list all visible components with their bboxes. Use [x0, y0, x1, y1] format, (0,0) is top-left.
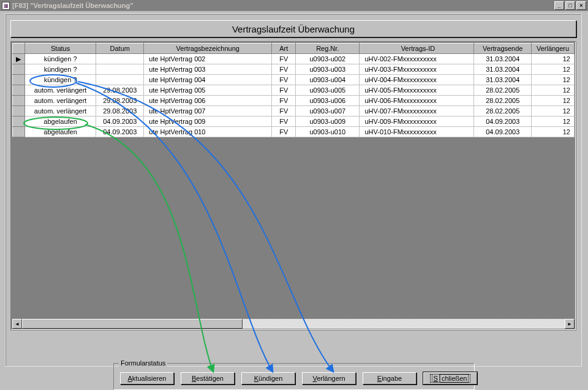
bestaetigen-button[interactable]: Bestätigen: [181, 372, 235, 384]
row-selector[interactable]: [13, 96, 25, 106]
cell-vertragsende[interactable]: 28.02.2005: [474, 106, 532, 117]
verlaengern-button[interactable]: Verlängern: [302, 372, 356, 384]
cell-verlaengerung[interactable]: 12: [532, 106, 575, 117]
cell-regnr[interactable]: u0903-u003: [296, 64, 360, 75]
col-header-vertragsende[interactable]: Vertragsende: [474, 44, 532, 54]
cell-verlaengerung[interactable]: 12: [532, 127, 575, 137]
cell-vertragsende[interactable]: 28.02.2005: [474, 85, 532, 96]
contracts-grid[interactable]: Status Datum Vertragsbezeichnung Art Reg…: [10, 41, 576, 331]
cell-bezeichnung[interactable]: ute HptVertrag 010: [144, 127, 272, 137]
cell-verlaengerung[interactable]: 12: [532, 54, 575, 64]
cell-art[interactable]: FV: [272, 54, 296, 64]
cell-bezeichnung[interactable]: ute HptVertrag 007: [144, 106, 272, 117]
cell-status[interactable]: kündigen ?: [24, 75, 96, 85]
cell-status[interactable]: abgelaufen: [24, 117, 96, 127]
row-selector-header[interactable]: [13, 44, 25, 54]
table-row[interactable]: abgelaufen04.09.2003ute HptVertrag 009FV…: [13, 117, 575, 127]
schliessen-button[interactable]: Schließen: [423, 372, 477, 384]
col-header-regnr[interactable]: Reg.Nr.: [296, 44, 360, 54]
cell-art[interactable]: FV: [272, 75, 296, 85]
cell-status[interactable]: kündigen ?: [24, 64, 96, 75]
cell-regnr[interactable]: u0903-u010: [296, 127, 360, 137]
cell-regnr[interactable]: u0903-u002: [296, 54, 360, 64]
cell-status[interactable]: autom. verlängert: [24, 106, 96, 117]
eingabe-button[interactable]: Eingabe: [363, 372, 417, 384]
cell-datum[interactable]: 29.08.2003: [96, 106, 144, 117]
cell-status[interactable]: autom. verlängert: [24, 96, 96, 106]
cell-bezeichnung[interactable]: ute HptVertrag 002: [144, 54, 272, 64]
cell-vertragsende[interactable]: 31.03.2004: [474, 64, 532, 75]
cell-bezeichnung[interactable]: ute HptVertrag 005: [144, 85, 272, 96]
table-row[interactable]: autom. verlängert29.08.2003ute HptVertra…: [13, 106, 575, 117]
minimize-button[interactable]: _: [554, 1, 564, 10]
cell-regnr[interactable]: u0903-u009: [296, 117, 360, 127]
cell-bezeichnung[interactable]: ute HptVertrag 006: [144, 96, 272, 106]
row-selector[interactable]: [13, 127, 25, 137]
kuendigen-button[interactable]: Kündigen: [241, 372, 295, 384]
cell-vertragsid[interactable]: uHV-005-FMxxxxxxxxxx: [360, 85, 474, 96]
table-row[interactable]: kündigen ?ute HptVertrag 004FVu0903-u004…: [13, 75, 575, 85]
row-selector[interactable]: [13, 117, 25, 127]
cell-verlaengerung[interactable]: 12: [532, 96, 575, 106]
scroll-left-button[interactable]: ◄: [12, 319, 22, 329]
cell-art[interactable]: FV: [272, 96, 296, 106]
cell-vertragsende[interactable]: 04.09.2003: [474, 117, 532, 127]
cell-datum[interactable]: 04.09.2003: [96, 117, 144, 127]
cell-vertragsende[interactable]: 31.03.2004: [474, 54, 532, 64]
table-row[interactable]: abgelaufen04.09.2003ute HptVertrag 010FV…: [13, 127, 575, 137]
cell-verlaengerung[interactable]: 12: [532, 117, 575, 127]
col-header-bezeichnung[interactable]: Vertragsbezeichnung: [144, 44, 272, 54]
cell-datum[interactable]: [96, 64, 144, 75]
cell-datum[interactable]: [96, 54, 144, 64]
scroll-track[interactable]: [22, 319, 565, 329]
cell-verlaengerung[interactable]: 12: [532, 64, 575, 75]
cell-vertragsid[interactable]: uHV-004-FMxxxxxxxxxx: [360, 75, 474, 85]
col-header-art[interactable]: Art: [272, 44, 296, 54]
row-selector[interactable]: [13, 85, 25, 96]
cell-regnr[interactable]: u0903-u005: [296, 85, 360, 96]
col-header-verlaengerung[interactable]: Verlängeru: [532, 44, 575, 54]
scroll-thumb[interactable]: [22, 319, 243, 329]
grid-horizontal-scrollbar[interactable]: ◄ ►: [12, 319, 575, 329]
cell-regnr[interactable]: u0903-u006: [296, 96, 360, 106]
cell-vertragsid[interactable]: uHV-010-FMxxxxxxxxxx: [360, 127, 474, 137]
cell-vertragsid[interactable]: uHV-002-FMxxxxxxxxxx: [360, 54, 474, 64]
row-selector[interactable]: [13, 106, 25, 117]
cell-vertragsende[interactable]: 04.09.2003: [474, 127, 532, 137]
aktualisieren-button[interactable]: Aktualisieren: [120, 372, 174, 384]
cell-bezeichnung[interactable]: ute HptVertrag 004: [144, 75, 272, 85]
col-header-status[interactable]: Status: [24, 44, 96, 54]
cell-art[interactable]: FV: [272, 106, 296, 117]
table-row[interactable]: autom. verlängert29.08.2003ute HptVertra…: [13, 96, 575, 106]
cell-verlaengerung[interactable]: 12: [532, 85, 575, 96]
cell-datum[interactable]: 29.08.2003: [96, 85, 144, 96]
cell-art[interactable]: FV: [272, 64, 296, 75]
cell-verlaengerung[interactable]: 12: [532, 75, 575, 85]
cell-vertragsende[interactable]: 31.03.2004: [474, 75, 532, 85]
cell-art[interactable]: FV: [272, 127, 296, 137]
col-header-vertragsid[interactable]: Vertrags-ID: [360, 44, 474, 54]
cell-bezeichnung[interactable]: ute HptVertrag 009: [144, 117, 272, 127]
cell-datum[interactable]: [96, 75, 144, 85]
cell-vertragsid[interactable]: uHV-007-FMxxxxxxxxxx: [360, 106, 474, 117]
col-header-datum[interactable]: Datum: [96, 44, 144, 54]
cell-bezeichnung[interactable]: ute HptVertrag 003: [144, 64, 272, 75]
cell-vertragsende[interactable]: 28.02.2005: [474, 96, 532, 106]
cell-vertragsid[interactable]: uHV-006-FMxxxxxxxxxx: [360, 96, 474, 106]
cell-art[interactable]: FV: [272, 85, 296, 96]
row-selector[interactable]: [13, 64, 25, 75]
cell-status[interactable]: abgelaufen: [24, 127, 96, 137]
row-selector[interactable]: ▶: [13, 54, 25, 64]
cell-vertragsid[interactable]: uHV-003-FMxxxxxxxxxx: [360, 64, 474, 75]
table-row[interactable]: autom. verlängert29.08.2003ute HptVertra…: [13, 85, 575, 96]
cell-regnr[interactable]: u0903-u004: [296, 75, 360, 85]
cell-art[interactable]: FV: [272, 117, 296, 127]
cell-datum[interactable]: 29.08.2003: [96, 96, 144, 106]
cell-status[interactable]: autom. verlängert: [24, 85, 96, 96]
cell-status[interactable]: kündigen ?: [24, 54, 96, 64]
table-row[interactable]: ▶kündigen ?ute HptVertrag 002FVu0903-u00…: [13, 54, 575, 64]
cell-datum[interactable]: 04.09.2003: [96, 127, 144, 137]
maximize-button[interactable]: □: [565, 1, 575, 10]
row-selector[interactable]: [13, 75, 25, 85]
table-row[interactable]: kündigen ?ute HptVertrag 003FVu0903-u003…: [13, 64, 575, 75]
